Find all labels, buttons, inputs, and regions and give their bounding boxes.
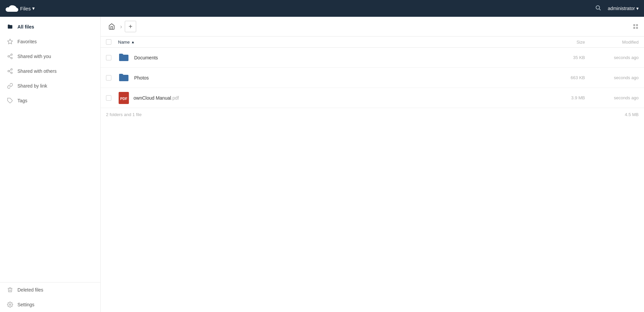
share-action-icon[interactable] (531, 75, 536, 81)
share-action-icon[interactable] (531, 95, 536, 101)
link-icon (7, 83, 13, 89)
sidebar-item-settings[interactable]: Settings (0, 297, 100, 312)
sidebar-item-shared-with-you[interactable]: Shared with you (0, 49, 100, 64)
sidebar-item-shared-by-link-label: Shared by link (17, 83, 47, 89)
row-check[interactable] (106, 75, 118, 81)
file-table-header: Name ▲ Size Modified (101, 37, 644, 48)
select-all-checkbox[interactable] (106, 39, 111, 45)
file-summary: 2 folders and 1 file 4.5 MB (101, 108, 644, 121)
topnav-right: administrator ▾ (595, 5, 639, 12)
svg-point-5 (11, 57, 12, 59)
row-checkbox[interactable] (106, 55, 111, 60)
main-layout: All files Favorites Shared with you (0, 17, 644, 312)
topnav: Files ▾ administrator ▾ (0, 0, 644, 17)
svg-line-28 (533, 76, 535, 77)
logo[interactable] (5, 3, 19, 14)
svg-point-20 (532, 57, 533, 58)
svg-point-25 (532, 77, 533, 79)
svg-line-11 (9, 71, 11, 72)
sidebar-item-settings-label: Settings (17, 302, 35, 307)
row-size: 3.9 MB (551, 95, 585, 100)
content-area: › + Name ▲ (101, 17, 644, 312)
more-actions-icon[interactable]: ··· (539, 74, 545, 81)
row-modified: seconds ago (585, 75, 639, 80)
svg-point-21 (534, 58, 536, 60)
row-size: 35 KB (551, 55, 585, 60)
pdf-icon: PDF (118, 92, 129, 104)
svg-line-12 (9, 70, 11, 71)
new-file-button[interactable]: + (125, 21, 136, 32)
more-actions-icon[interactable]: ··· (539, 94, 545, 101)
share-action-icon[interactable] (531, 55, 536, 60)
svg-marker-2 (8, 39, 13, 44)
sidebar-item-tags[interactable]: Tags (0, 93, 100, 108)
svg-point-26 (534, 79, 536, 80)
table-row[interactable]: PDF ownCloud Manual.pdf ··· 3.9 (101, 88, 644, 108)
sidebar-bottom: Deleted files Settings (0, 282, 100, 312)
row-checkbox[interactable] (106, 75, 111, 81)
row-check[interactable] (106, 55, 118, 60)
table-row[interactable]: Documents ··· 35 KB seconds ago (101, 48, 644, 68)
svg-rect-18 (636, 27, 638, 29)
sidebar-item-favorites-label: Favorites (17, 39, 37, 44)
home-button[interactable] (106, 21, 117, 32)
row-name-pdf: PDF ownCloud Manual.pdf (118, 92, 525, 104)
sidebar: All files Favorites Shared with you (0, 17, 101, 312)
user-dropdown-icon: ▾ (636, 6, 639, 11)
row-name-documents: Documents (118, 52, 525, 64)
trash-icon (7, 287, 13, 293)
row-modified: seconds ago (585, 55, 639, 60)
svg-line-7 (9, 55, 11, 56)
sidebar-item-deleted-files[interactable]: Deleted files (0, 282, 100, 297)
user-menu[interactable]: administrator ▾ (608, 6, 639, 11)
folder-icon (118, 52, 130, 64)
header-modified[interactable]: Modified (585, 40, 639, 45)
sidebar-item-shared-with-others[interactable]: Shared with others (0, 64, 100, 79)
grid-view-toggle[interactable] (633, 23, 639, 30)
sidebar-item-shared-by-link[interactable]: Shared by link (0, 79, 100, 93)
sidebar-item-favorites[interactable]: Favorites (0, 34, 100, 49)
file-name: Documents (134, 55, 158, 60)
header-check[interactable] (106, 39, 118, 45)
search-icon[interactable] (595, 5, 601, 12)
sidebar-item-all-files[interactable]: All files (0, 19, 100, 34)
sidebar-item-shared-with-others-label: Shared with others (17, 68, 57, 74)
sidebar-item-shared-with-you-label: Shared with you (17, 54, 51, 59)
svg-point-3 (11, 54, 12, 56)
svg-point-31 (534, 96, 536, 97)
files-menu[interactable]: Files ▾ (20, 5, 35, 11)
svg-point-10 (11, 72, 12, 74)
breadcrumb-separator: › (120, 23, 122, 30)
sidebar-item-deleted-files-label: Deleted files (17, 287, 43, 293)
svg-line-27 (533, 78, 535, 79)
star-icon (7, 38, 13, 45)
svg-line-23 (533, 56, 535, 57)
username: administrator (608, 6, 635, 11)
row-modified: seconds ago (585, 95, 639, 100)
more-actions-icon[interactable]: ··· (539, 54, 545, 61)
svg-line-1 (599, 9, 600, 10)
header-name[interactable]: Name ▲ (118, 40, 525, 45)
svg-text:PDF: PDF (120, 97, 127, 101)
sort-asc-icon: ▲ (131, 40, 135, 44)
row-checkbox[interactable] (106, 95, 111, 101)
files-label: Files (20, 6, 31, 11)
logo-icon (5, 3, 19, 14)
share-icon (7, 53, 13, 60)
svg-line-6 (9, 57, 11, 58)
svg-point-33 (534, 99, 536, 100)
files-dropdown-icon: ▾ (32, 5, 35, 11)
svg-point-4 (8, 56, 9, 57)
svg-line-35 (533, 97, 535, 98)
svg-point-24 (534, 75, 536, 77)
row-check[interactable] (106, 95, 118, 101)
svg-point-14 (9, 304, 11, 306)
gear-icon (7, 301, 13, 308)
svg-point-32 (532, 97, 533, 99)
svg-rect-17 (633, 27, 635, 29)
header-size[interactable]: Size (551, 40, 585, 45)
table-row[interactable]: Photos ··· 663 KB seconds ago (101, 68, 644, 88)
svg-point-0 (596, 6, 600, 9)
file-name: Photos (134, 75, 149, 81)
row-name-photos: Photos (118, 72, 525, 84)
